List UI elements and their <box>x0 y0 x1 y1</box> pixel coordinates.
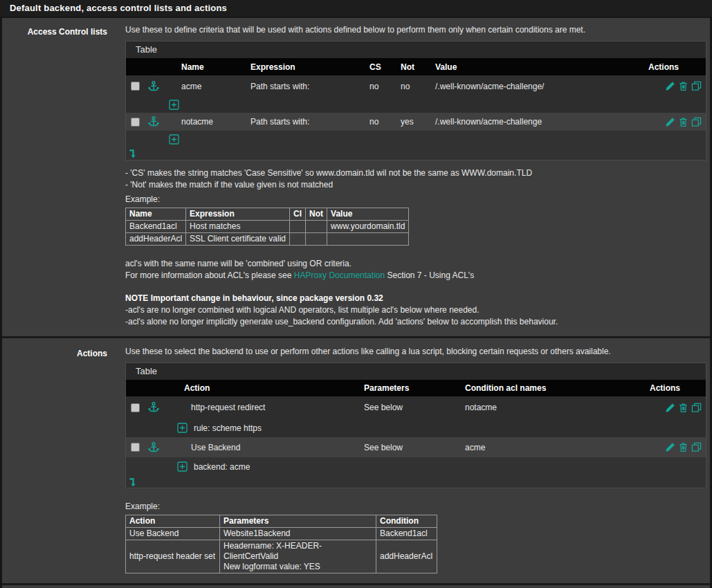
col-actions: Actions <box>621 62 706 72</box>
haproxy-doc-link[interactable]: HAProxy Documentation <box>294 270 385 280</box>
action-detail: rule: scheme https <box>194 423 262 433</box>
acl-example-table: Name Expression CI Not Value Backend1acl… <box>125 208 409 246</box>
behaviour-note-title: NOTE Important change in behaviour, sinc… <box>125 293 706 304</box>
action-detail: backend: acme <box>194 462 250 472</box>
edit-icon[interactable] <box>665 403 675 413</box>
ex-col-parameters: Parameters <box>220 515 376 528</box>
acl-value: /.well-known/acme-challenge <box>428 117 621 127</box>
anchor-drag-icon[interactable] <box>147 401 160 414</box>
ex-col-ci: CI <box>290 208 306 221</box>
action-parameters: See below <box>356 443 458 452</box>
col-parameters: Parameters <box>356 383 458 393</box>
row-select-checkbox[interactable] <box>131 403 140 412</box>
cs-note: - 'CS' makes the string matches 'Case Se… <box>125 167 706 179</box>
copy-icon[interactable] <box>691 117 702 127</box>
add-detail-icon[interactable] <box>177 423 188 433</box>
table-row: Use Backend See below acme <box>126 437 706 457</box>
ex-col-action: Action <box>126 515 220 528</box>
edit-icon[interactable] <box>665 442 675 452</box>
action-name: Use Backend <box>174 443 356 452</box>
acl-section-label: Access Control lists <box>2 25 107 328</box>
col-name: Name <box>174 62 244 72</box>
level-down-arrow-icon[interactable] <box>128 148 138 159</box>
default-backend-section: Default Backend None ▼ If a backend is s… <box>2 585 710 588</box>
actions-example-table: Action Parameters Condition Use Backend … <box>125 515 437 573</box>
example-row: Use Backend Website1Backend Backend1acl <box>126 528 437 540</box>
acl-table-title: Table <box>126 42 706 58</box>
copy-icon[interactable] <box>691 442 702 452</box>
table-footer <box>126 476 706 488</box>
acl-table: Table Name Expression CS Not Value Actio… <box>125 41 706 160</box>
table-subrow <box>126 131 706 147</box>
actions-section: Actions Use these to select the backend … <box>2 338 710 585</box>
col-action: Action <box>174 383 356 393</box>
ex-col-value: Value <box>327 208 409 221</box>
delete-icon[interactable] <box>678 403 688 413</box>
acl-not: no <box>394 82 428 91</box>
action-parameters: See below <box>356 403 458 412</box>
col-actions: Actions <box>624 383 706 393</box>
anchor-drag-icon[interactable] <box>147 441 160 454</box>
acl-example-label: Example: <box>125 194 706 205</box>
acl-name: acme <box>174 82 244 91</box>
table-row: notacme Path starts with: no yes /.well-… <box>126 113 706 131</box>
combine-note: acl's with the same name will be 'combin… <box>125 258 706 270</box>
page-title: Default backend, access control lists an… <box>0 0 712 17</box>
action-condition: notacme <box>458 403 624 412</box>
actions-example-label: Example: <box>125 501 706 513</box>
acl-table-header: Name Expression CS Not Value Actions <box>126 58 706 75</box>
row-select-checkbox[interactable] <box>131 443 140 452</box>
acl-value: /.well-known/acme-challenge/ <box>428 82 621 91</box>
add-detail-icon[interactable] <box>177 461 188 472</box>
col-value: Value <box>428 62 621 72</box>
ex-col-expression: Expression <box>186 208 290 221</box>
row-select-checkbox[interactable] <box>131 82 140 91</box>
acl-cs: no <box>363 82 394 91</box>
col-expression: Expression <box>244 62 363 72</box>
example-row: addHeaderAclSSL Client certificate valid <box>126 233 409 246</box>
example-row: http-request header set Headername: X-HE… <box>126 540 437 573</box>
table-subrow <box>126 97 706 113</box>
acl-expression: Path starts with: <box>244 117 363 127</box>
table-subrow: backend: acme <box>126 457 706 476</box>
col-cs: CS <box>363 62 394 72</box>
delete-icon[interactable] <box>678 442 688 452</box>
actions-description: Use these to select the backend to use o… <box>125 347 706 357</box>
doc-line: For more information about ACL's please … <box>125 270 706 282</box>
action-condition: acme <box>458 443 624 452</box>
edit-icon[interactable] <box>665 81 675 91</box>
copy-icon[interactable] <box>691 403 702 413</box>
delete-icon[interactable] <box>678 81 688 91</box>
ex-col-not: Not <box>306 208 327 221</box>
level-down-arrow-icon[interactable] <box>128 477 138 488</box>
delete-icon[interactable] <box>678 117 688 127</box>
actions-table-header: Action Parameters Condition acl names Ac… <box>126 380 706 396</box>
not-note: - 'Not' makes the match if the value giv… <box>125 179 706 191</box>
col-condition: Condition acl names <box>458 383 624 393</box>
table-subrow: rule: scheme https <box>126 419 706 437</box>
actions-table-title: Table <box>126 363 706 380</box>
edit-icon[interactable] <box>665 117 675 127</box>
acl-name: notacme <box>174 117 244 127</box>
table-row: http-request redirect See below notacme <box>126 396 706 419</box>
copy-icon[interactable] <box>691 81 702 91</box>
behaviour-note-line: -acl's alone no longer implicitly genera… <box>125 316 706 328</box>
acl-section: Access Control lists Use these to define… <box>2 18 710 338</box>
anchor-drag-icon[interactable] <box>147 80 160 93</box>
acl-not: yes <box>394 117 428 127</box>
action-name: http-request redirect <box>174 403 356 412</box>
col-not: Not <box>394 62 428 72</box>
actions-table: Table Action Parameters Condition acl na… <box>125 362 706 488</box>
ex-col-name: Name <box>126 208 186 221</box>
behaviour-note-line: -acl's are no longer combined with logic… <box>125 304 706 316</box>
acl-cs: no <box>363 117 394 127</box>
table-row: acme Path starts with: no no /.well-know… <box>126 75 706 97</box>
table-footer <box>126 147 706 160</box>
anchor-drag-icon[interactable] <box>147 116 160 128</box>
acl-description: Use these to define criteria that will b… <box>125 25 706 35</box>
row-select-checkbox[interactable] <box>131 118 140 127</box>
ex-col-condition: Condition <box>376 515 437 528</box>
add-detail-icon[interactable] <box>169 100 179 110</box>
add-detail-icon[interactable] <box>169 134 179 145</box>
acl-expression: Path starts with: <box>244 82 363 91</box>
